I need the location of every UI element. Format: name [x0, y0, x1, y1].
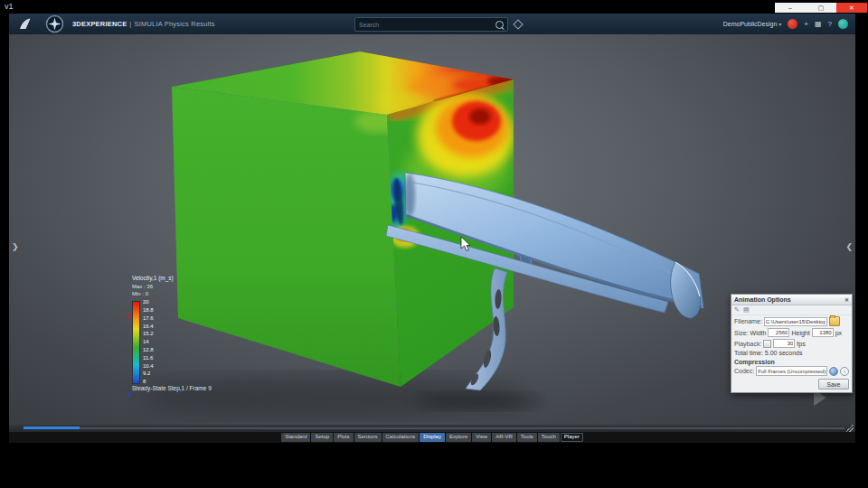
playback-row: Playback: fps: [731, 338, 852, 349]
minimize-button[interactable]: –: [775, 3, 806, 13]
tab-plots[interactable]: Plots: [334, 433, 353, 441]
info-icon[interactable]: i: [840, 367, 849, 376]
size-label: Size:: [734, 330, 749, 336]
spoiler-end-plate: [671, 262, 701, 318]
ribbon-tab-bar: Standard Setup Plots Sensors Calculation…: [9, 432, 855, 443]
tab-view[interactable]: View: [472, 433, 491, 441]
search-icon[interactable]: [495, 21, 504, 29]
velocity-legend: Velocity,1 (m_s) Max : 36 Min : 0 20 18.…: [132, 275, 174, 384]
legend-min: Min : 0: [132, 290, 174, 297]
window-controls: – ▢ ✕: [775, 3, 867, 13]
height-input[interactable]: [812, 328, 834, 337]
app-top-bar: 3DEXPERIENCE|SIMULIA Physics Results Dem…: [9, 14, 855, 34]
legend-colorbar: [132, 301, 140, 384]
dialog-toolbar: ✎ ▤: [731, 305, 852, 315]
timeline-progress[interactable]: [24, 427, 80, 429]
dialog-title: Animation Options: [734, 296, 791, 303]
width-label: Width: [750, 330, 767, 336]
legend-max: Max : 36: [132, 283, 174, 290]
dialog-titlebar[interactable]: Animation Options ✕: [731, 295, 852, 305]
total-time-row: Total time: 5.00 seconds: [731, 349, 852, 357]
browse-folder-icon[interactable]: [829, 316, 840, 326]
filename-input[interactable]: [764, 317, 827, 326]
workspace-label: DemoPublicDesign: [723, 21, 778, 27]
search-input[interactable]: [355, 22, 495, 28]
legend-min-clamp-icon: [127, 392, 130, 398]
right-panel-expander[interactable]: ❮: [845, 242, 853, 251]
tab-tools[interactable]: Tools: [517, 433, 537, 441]
dropdown-caret-icon: ▾: [826, 369, 827, 374]
tab-explore[interactable]: Explore: [446, 433, 471, 441]
add-icon[interactable]: +: [804, 21, 808, 28]
codec-value: Full Frames (Uncompressed): [758, 369, 826, 374]
global-search[interactable]: [354, 17, 508, 32]
playback-speed-icon[interactable]: [763, 340, 771, 348]
legend-tick-labels: 20 18.8 17.6 16.4 15.2 14 12.8 11.6 10.4…: [143, 299, 154, 384]
caret-down-icon: ▾: [778, 21, 781, 27]
resize-handle-icon[interactable]: [844, 425, 854, 432]
legend-max-clamp-icon: [127, 314, 130, 319]
tab-standard[interactable]: Standard: [281, 433, 310, 441]
3d-viewport[interactable]: Velocity,1 (m_s) Max : 36 Min : 0 20 18.…: [9, 34, 855, 425]
fps-input[interactable]: [773, 339, 795, 348]
save-button[interactable]: Save: [818, 379, 849, 389]
frames-icon[interactable]: ▤: [743, 306, 750, 314]
tab-sensors[interactable]: Sensors: [354, 433, 382, 441]
playback-label: Playback:: [734, 341, 761, 347]
maximize-button[interactable]: ▢: [806, 3, 836, 13]
close-button[interactable]: ✕: [836, 3, 867, 13]
workspace-selector[interactable]: DemoPublicDesign ▾: [723, 21, 782, 27]
brand-title: 3DEXPERIENCE|SIMULIA Physics Results: [72, 20, 215, 28]
height-label: Height: [791, 330, 809, 336]
playback-timeline[interactable]: [9, 425, 855, 432]
codec-row: Codec: Full Frames (Uncompressed) ▾ i: [731, 365, 852, 377]
edit-icon[interactable]: ✎: [734, 306, 740, 314]
compression-section-label: Compression: [731, 357, 852, 365]
video-version-label: v1: [5, 2, 14, 11]
total-time-label: Total time: 5.00 seconds: [734, 350, 803, 356]
animation-options-dialog: Animation Options ✕ ✎ ▤ Filename: Size: …: [731, 294, 853, 393]
help-icon[interactable]: ?: [828, 21, 832, 28]
tag-icon[interactable]: [513, 19, 523, 29]
user-avatar[interactable]: [788, 19, 797, 29]
dialog-close-icon[interactable]: ✕: [844, 296, 849, 303]
application-frame: 3DEXPERIENCE|SIMULIA Physics Results Dem…: [9, 14, 855, 443]
tab-touch[interactable]: Touch: [538, 433, 560, 441]
fps-label: fps: [797, 341, 805, 347]
tab-setup[interactable]: Setup: [311, 433, 333, 441]
presence-avatar[interactable]: [838, 19, 848, 29]
timeline-track[interactable]: [24, 427, 844, 429]
tab-display[interactable]: Display: [420, 433, 445, 441]
record-icon[interactable]: [829, 367, 838, 376]
legend-title: Velocity,1 (m_s): [132, 275, 174, 281]
tab-calculations[interactable]: Calculations: [382, 433, 420, 441]
tab-ar-vr[interactable]: AR-VR: [492, 433, 516, 441]
3ds-logo-icon[interactable]: [18, 17, 32, 34]
left-panel-expander[interactable]: ❯: [12, 242, 19, 251]
width-input[interactable]: [768, 328, 789, 337]
size-row: Size: Width Height px: [731, 327, 852, 338]
filename-row: Filename:: [731, 315, 852, 327]
codec-label: Codec:: [734, 368, 754, 374]
frame-status-label: Steady-State Step,1 / Frame 9: [132, 385, 212, 391]
px-label: px: [835, 330, 842, 336]
appbar-right-cluster: DemoPublicDesign ▾ + ▦ ?: [723, 14, 848, 34]
apps-grid-icon[interactable]: ▦: [815, 21, 822, 28]
filename-label: Filename:: [734, 318, 762, 324]
codec-dropdown[interactable]: Full Frames (Uncompressed) ▾: [756, 366, 827, 376]
tab-player[interactable]: Player: [561, 433, 583, 441]
